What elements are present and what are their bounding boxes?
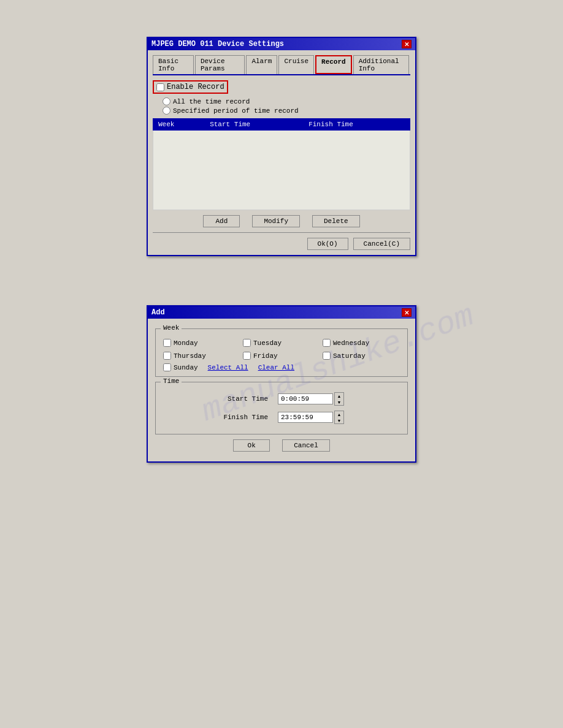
sunday-check[interactable]: Sunday: [163, 363, 198, 371]
radio-all-time-input[interactable]: [163, 97, 170, 105]
monday-check[interactable]: Monday: [163, 339, 240, 347]
finish-time-spinner: ▲ ▼: [334, 411, 344, 424]
add-button[interactable]: Add: [203, 215, 240, 227]
radio-all-time[interactable]: All the time record: [163, 97, 410, 105]
title-bar-1: MJPEG DEMO 011 Device Settings ✕: [148, 38, 415, 50]
col-start-time: Start Time: [205, 119, 304, 131]
friday-check[interactable]: Friday: [243, 352, 320, 360]
start-time-row: Start Time ▲ ▼: [163, 392, 400, 406]
select-all-button[interactable]: Select All: [208, 364, 248, 371]
add-ok-cancel-row: Ok Cancel: [153, 439, 410, 452]
finish-time-input-wrap: ▲ ▼: [278, 411, 344, 424]
start-time-down[interactable]: ▼: [335, 399, 343, 405]
record-mode-group: All the time record Specified period of …: [163, 97, 410, 115]
start-time-input-wrap: ▲ ▼: [278, 392, 344, 406]
close-button-1[interactable]: ✕: [402, 40, 412, 48]
add-cancel-button[interactable]: Cancel: [282, 439, 330, 452]
close-button-2[interactable]: ✕: [402, 308, 412, 317]
add-window: Add ✕ Week Monday Tuesday Wednesday: [147, 305, 416, 463]
ok-button-1[interactable]: Ok(O): [307, 238, 348, 250]
finish-time-input[interactable]: [278, 412, 333, 423]
window-title-1: MJPEG DEMO 011 Device Settings: [151, 40, 284, 48]
tab-cruise[interactable]: Cruise: [278, 55, 314, 74]
tab-alarm[interactable]: Alarm: [246, 55, 277, 74]
enable-record-label[interactable]: Enable Record: [153, 80, 228, 94]
title-bar-2: Add ✕: [148, 306, 415, 319]
tab-additional-info[interactable]: Additional Info: [353, 55, 409, 74]
wednesday-check[interactable]: Wednesday: [323, 339, 400, 347]
tab-record[interactable]: Record: [315, 55, 352, 74]
enable-record-section: Enable Record: [153, 80, 410, 94]
tab-device-params[interactable]: Device Params: [195, 55, 245, 74]
week-group: Week Monday Tuesday Wednesday Thursday: [155, 328, 408, 377]
schedule-table: Week Start Time Finish Time: [153, 118, 410, 210]
week-extras-row: Sunday Select All Clear All: [163, 363, 400, 371]
window-body-1: Basic Info Device Params Alarm Cruise Re…: [148, 50, 415, 255]
friday-checkbox[interactable]: [243, 352, 251, 360]
finish-time-label: Finish Time: [219, 414, 268, 421]
start-time-input[interactable]: [278, 393, 333, 404]
device-settings-window: MJPEG DEMO 011 Device Settings ✕ Basic I…: [147, 37, 416, 256]
weekday-checkboxes: Monday Tuesday Wednesday Thursday Friday: [163, 339, 400, 360]
col-finish-time: Finish Time: [304, 119, 410, 131]
start-time-label: Start Time: [219, 395, 268, 403]
tab-basic-info[interactable]: Basic Info: [153, 55, 194, 74]
cancel-button-1[interactable]: Cancel(C): [353, 238, 410, 250]
start-time-spinner: ▲ ▼: [334, 392, 344, 406]
tuesday-checkbox[interactable]: [243, 339, 251, 347]
thursday-checkbox[interactable]: [163, 352, 171, 360]
add-ok-button[interactable]: Ok: [233, 439, 270, 452]
enable-record-checkbox[interactable]: [156, 83, 164, 91]
tuesday-check[interactable]: Tuesday: [243, 339, 320, 347]
ok-cancel-row: Ok(O) Cancel(C): [153, 238, 410, 250]
finish-time-row: Finish Time ▲ ▼: [163, 411, 400, 424]
finish-time-up[interactable]: ▲: [335, 411, 343, 417]
radio-specified[interactable]: Specified period of time record: [163, 107, 410, 115]
bottom-divider: [153, 232, 410, 233]
time-group: Time Start Time ▲ ▼ Finish Time ▲: [155, 382, 408, 434]
window-title-2: Add: [151, 308, 165, 317]
thursday-check[interactable]: Thursday: [163, 352, 240, 360]
time-group-label: Time: [161, 377, 182, 385]
modify-button[interactable]: Modify: [252, 215, 300, 227]
wednesday-checkbox[interactable]: [323, 339, 331, 347]
saturday-check[interactable]: Saturday: [323, 352, 400, 360]
table-row-empty: [153, 131, 410, 210]
saturday-checkbox[interactable]: [323, 352, 331, 360]
delete-button[interactable]: Delete: [312, 215, 360, 227]
finish-time-down[interactable]: ▼: [335, 417, 343, 423]
week-group-label: Week: [161, 324, 182, 332]
monday-checkbox[interactable]: [163, 339, 171, 347]
tab-bar-1: Basic Info Device Params Alarm Cruise Re…: [153, 55, 410, 75]
window-body-2: Week Monday Tuesday Wednesday Thursday: [148, 319, 415, 461]
radio-specified-input[interactable]: [163, 107, 170, 115]
clear-all-button[interactable]: Clear All: [258, 364, 294, 371]
start-time-up[interactable]: ▲: [335, 393, 343, 399]
table-action-buttons: Add Modify Delete: [153, 215, 410, 227]
sunday-checkbox[interactable]: [163, 363, 171, 371]
col-week: Week: [153, 119, 205, 131]
